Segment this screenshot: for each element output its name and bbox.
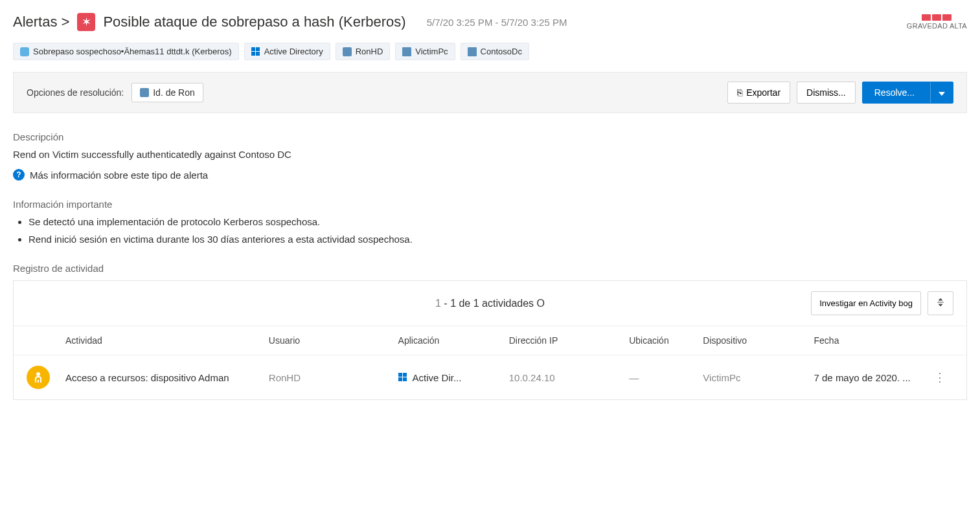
col-date[interactable]: Fecha (814, 335, 934, 346)
cell-user: RonHD (269, 372, 398, 383)
more-info-link[interactable]: ? Más información sobre este tipo de ale… (13, 169, 967, 181)
cell-location: — (629, 372, 703, 383)
expand-icon (935, 297, 946, 309)
activity-row[interactable]: Acceso a recursos: dispositivo Adman Ron… (14, 355, 966, 399)
tag-user[interactable]: RonHD (336, 43, 391, 60)
tag-label: RonHD (356, 47, 383, 56)
tag-label: VictimPc (415, 47, 448, 56)
cloud-icon (20, 47, 29, 56)
chevron-down-icon (939, 87, 945, 98)
cell-ip: 10.0.24.10 (509, 372, 629, 383)
tag-attack[interactable]: Sobrepaso sospechoso•Ähemas11 dttdt.k (K… (13, 43, 239, 60)
windows-icon (398, 373, 407, 382)
activity-panel: 1 - 1 de 1 actividades O Investigar en A… (13, 280, 967, 400)
cell-device: VictimPc (703, 372, 814, 383)
cell-date: 7 de mayo de 2020. ... (814, 372, 934, 383)
cell-app: Active Dir... (398, 372, 509, 383)
user-icon (140, 88, 149, 97)
svg-point-0 (36, 372, 40, 376)
investigate-button[interactable]: Investigar en Activity bog (811, 291, 921, 315)
activity-type-icon (27, 366, 50, 389)
export-button[interactable]: ⎘ Exportar (727, 82, 790, 104)
col-location[interactable]: Ubicación (629, 335, 703, 346)
user-icon (343, 47, 352, 56)
cell-activity: Acceso a recursos: dispositivo Adman (65, 372, 269, 383)
resolve-button[interactable]: Resolve... (862, 82, 953, 104)
resolution-toolbar: Opciones de resolución: Id. de Ron ⎘ Exp… (13, 72, 967, 113)
page-title: Posible ataque de sobrepaso a hash (Kerb… (103, 14, 405, 30)
dismiss-button[interactable]: Dismiss... (797, 82, 856, 104)
tag-victim-pc[interactable]: VictimPc (395, 43, 455, 60)
info-icon: ? (13, 169, 25, 181)
important-info-section: Información importante Se detectó una im… (13, 199, 967, 245)
important-heading: Información importante (13, 199, 967, 210)
computer-icon (468, 47, 477, 56)
tag-contoso-dc[interactable]: ContosoDc (461, 43, 529, 60)
activity-count: 1 - 1 de 1 actividades O (435, 298, 545, 309)
alert-icon: ✶ (77, 13, 95, 31)
important-item: Se detectó una implementación de protoco… (28, 216, 967, 227)
activity-panel-header: 1 - 1 de 1 actividades O Investigar en A… (14, 281, 966, 326)
computer-icon (402, 47, 411, 56)
severity-label: GRAVEDAD ALTA (907, 22, 967, 30)
activity-log-section: Registro de actividad 1 - 1 de 1 activid… (13, 263, 967, 400)
activity-table-header: Actividad Usuario Aplicación Dirección I… (14, 326, 966, 355)
timestamp: 5/7/20 3:25 PM - 5/7/20 3:25 PM (427, 17, 567, 28)
tag-active-directory[interactable]: Active Directory (244, 43, 330, 60)
entity-tags: Sobrepaso sospechoso•Ähemas11 dttdt.k (K… (13, 43, 967, 60)
tag-label: Active Directory (264, 47, 323, 56)
user-id-button[interactable]: Id. de Ron (131, 83, 203, 102)
important-item: Rend inició sesión en victima durante lo… (28, 234, 967, 245)
export-icon: ⎘ (737, 87, 742, 98)
resolve-dropdown[interactable] (930, 82, 953, 103)
description-heading: Descripción (13, 131, 967, 142)
id-label: Id. de Ron (153, 87, 195, 98)
row-menu-button[interactable]: ⋮ (934, 370, 953, 384)
col-user[interactable]: Usuario (269, 335, 398, 346)
col-app[interactable]: Aplicación (398, 335, 509, 346)
breadcrumb[interactable]: Alertas > (13, 14, 69, 30)
windows-icon (251, 47, 260, 56)
toolbar-label: Opciones de resolución: (27, 87, 124, 98)
tag-label: ContosoDc (481, 47, 522, 56)
description-text: Rend on Victim successfully authenticate… (13, 149, 967, 160)
col-activity[interactable]: Actividad (65, 335, 269, 346)
severity-indicator: GRAVEDAD ALTA (907, 14, 967, 30)
col-device[interactable]: Dispositivo (703, 335, 814, 346)
page-header: Alertas > ✶ Posible ataque de sobrepaso … (13, 13, 967, 31)
activity-heading: Registro de actividad (13, 263, 967, 274)
tag-label: Sobrepaso sospechoso•Ähemas11 dttdt.k (K… (33, 47, 232, 56)
col-ip[interactable]: Dirección IP (509, 335, 629, 346)
expand-button[interactable] (928, 291, 953, 315)
description-section: Descripción Rend on Victim successfully … (13, 131, 967, 181)
